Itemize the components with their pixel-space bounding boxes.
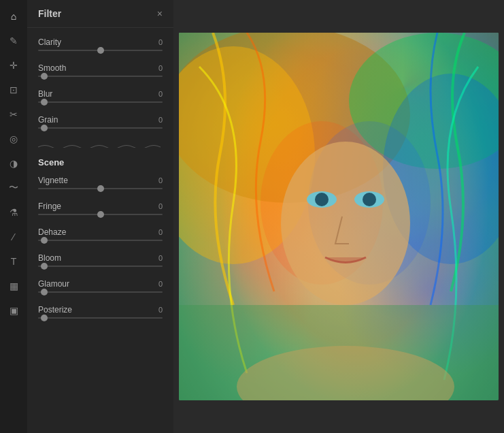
toolbar-crop-icon[interactable]: ⊡ bbox=[3, 79, 24, 101]
blur-thumb[interactable] bbox=[41, 99, 48, 106]
bloom-value: 0 bbox=[158, 254, 163, 262]
fringe-value: 0 bbox=[158, 202, 163, 210]
dehaze-value: 0 bbox=[158, 228, 163, 236]
vignette-value: 0 bbox=[158, 176, 163, 185]
portrait-svg bbox=[179, 33, 499, 400]
filter-item-fringe: Fringe 0 bbox=[27, 197, 173, 223]
filter-item-smooth: Smooth 0 bbox=[27, 59, 173, 85]
filter-item-bloom: Bloom 0 bbox=[27, 249, 173, 275]
posterize-value: 0 bbox=[158, 306, 163, 314]
posterize-slider[interactable] bbox=[38, 317, 163, 319]
toolbar-home-icon[interactable]: ⌂ bbox=[3, 5, 24, 27]
posterize-label: Posterize bbox=[38, 305, 72, 315]
toolbar-filter-icon[interactable]: ◑ bbox=[3, 153, 24, 174]
panel-header: Filter × bbox=[27, 0, 173, 28]
toolbar-move-icon[interactable]: ✛ bbox=[3, 54, 24, 76]
blur-value: 0 bbox=[158, 90, 163, 98]
glamour-slider[interactable] bbox=[38, 291, 163, 293]
filter-item-clarity: Clarity 0 bbox=[27, 33, 173, 59]
smooth-label: Smooth bbox=[38, 63, 66, 73]
bloom-label: Bloom bbox=[38, 253, 61, 263]
toolbar-edit-icon[interactable]: ✎ bbox=[3, 30, 24, 52]
bloom-slider[interactable] bbox=[38, 266, 163, 267]
bloom-label-row: Bloom 0 bbox=[38, 253, 163, 263]
fringe-thumb[interactable] bbox=[97, 211, 104, 218]
toolbar-wave-icon[interactable]: 〜 bbox=[3, 177, 24, 199]
posterize-label-row: Posterize 0 bbox=[38, 305, 163, 315]
clarity-thumb[interactable] bbox=[97, 47, 104, 54]
svg-point-6 bbox=[281, 142, 410, 305]
posterize-thumb[interactable] bbox=[41, 315, 48, 321]
toolbar-adjust-icon[interactable]: ◎ bbox=[3, 128, 24, 150]
glamour-label: Glamour bbox=[38, 279, 69, 289]
svg-point-9 bbox=[315, 193, 329, 206]
fringe-slider[interactable] bbox=[38, 214, 163, 215]
smooth-slider[interactable] bbox=[38, 76, 163, 77]
toolbar-image-icon[interactable]: ▣ bbox=[3, 300, 24, 321]
svg-point-10 bbox=[363, 193, 376, 206]
grain-value: 0 bbox=[158, 116, 163, 124]
filter-item-dehaze: Dehaze 0 bbox=[27, 223, 173, 249]
vignette-label-row: Vignette 0 bbox=[38, 176, 163, 185]
clarity-label-row: Clarity 0 bbox=[38, 37, 163, 47]
dehaze-thumb[interactable] bbox=[41, 237, 48, 244]
left-toolbar: ⌂ ✎ ✛ ⊡ ✂ ◎ ◑ 〜 ⚗ ∕ T ▦ ▣ bbox=[0, 0, 27, 433]
toolbar-brush-icon[interactable]: ∕ bbox=[3, 226, 24, 248]
clarity-value: 0 bbox=[158, 38, 163, 46]
toolbar-eyedropper-icon[interactable]: ⚗ bbox=[3, 202, 24, 223]
toolbar-pattern-icon[interactable]: ▦ bbox=[3, 275, 24, 297]
filter-item-posterize: Posterize 0 bbox=[27, 301, 173, 327]
wavy-decoration bbox=[38, 141, 163, 148]
dehaze-slider[interactable] bbox=[38, 240, 163, 241]
toolbar-scissors-icon[interactable]: ✂ bbox=[3, 103, 24, 125]
dehaze-label: Dehaze bbox=[38, 227, 66, 237]
smooth-thumb[interactable] bbox=[41, 73, 48, 80]
smooth-value: 0 bbox=[158, 64, 163, 72]
vignette-label: Vignette bbox=[38, 176, 68, 185]
bloom-thumb[interactable] bbox=[41, 263, 48, 270]
blur-slider[interactable] bbox=[38, 101, 163, 103]
clarity-label: Clarity bbox=[38, 37, 61, 47]
vignette-thumb[interactable] bbox=[97, 185, 104, 192]
grain-label: Grain bbox=[38, 115, 58, 125]
grain-thumb[interactable] bbox=[41, 125, 48, 131]
filter-item-grain: Grain 0 bbox=[27, 111, 173, 137]
fringe-label-row: Fringe 0 bbox=[38, 202, 163, 211]
filter-item-blur: Blur 0 bbox=[27, 85, 173, 111]
canvas-image[interactable] bbox=[179, 33, 499, 400]
grain-slider[interactable] bbox=[38, 127, 163, 129]
close-button[interactable]: × bbox=[157, 9, 163, 18]
blur-label-row: Blur 0 bbox=[38, 89, 163, 99]
scene-section-header: Scene bbox=[27, 150, 173, 172]
panel-title: Filter bbox=[38, 8, 61, 19]
main-canvas-area bbox=[173, 0, 504, 433]
fringe-label: Fringe bbox=[38, 202, 61, 211]
glamour-value: 0 bbox=[158, 280, 163, 288]
grain-label-row: Grain 0 bbox=[38, 115, 163, 125]
filter-panel: Filter × Clarity 0 Smooth 0 bbox=[27, 0, 173, 433]
dehaze-label-row: Dehaze 0 bbox=[38, 227, 163, 237]
filter-item-vignette: Vignette 0 bbox=[27, 172, 173, 197]
toolbar-text-icon[interactable]: T bbox=[3, 251, 24, 272]
blur-label: Blur bbox=[38, 89, 52, 99]
filter-item-glamour: Glamour 0 bbox=[27, 275, 173, 301]
smooth-label-row: Smooth 0 bbox=[38, 63, 163, 73]
glamour-label-row: Glamour 0 bbox=[38, 279, 163, 289]
glamour-thumb[interactable] bbox=[41, 289, 48, 295]
vignette-slider[interactable] bbox=[38, 188, 163, 189]
filter-list: Clarity 0 Smooth 0 Blur 0 bbox=[27, 28, 173, 332]
clarity-slider[interactable] bbox=[38, 50, 163, 51]
